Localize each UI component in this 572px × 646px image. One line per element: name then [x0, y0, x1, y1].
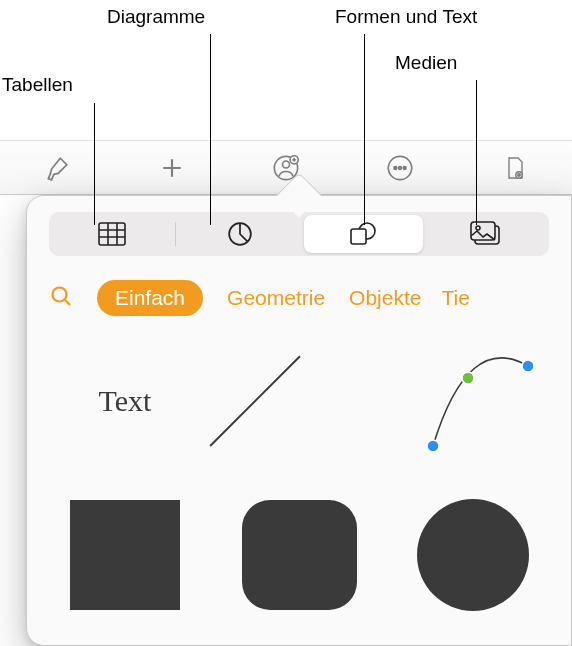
- svg-point-19: [522, 360, 533, 372]
- shape-curve[interactable]: [408, 346, 538, 456]
- charts-tab[interactable]: [180, 215, 299, 253]
- callout-charts: Diagramme: [107, 6, 205, 28]
- shape-circle[interactable]: [408, 500, 538, 610]
- shapes-grid: Text: [27, 346, 571, 610]
- callout-tables: Tabellen: [2, 74, 73, 96]
- callout-shapes-text: Formen und Text: [335, 6, 477, 28]
- square-icon: [70, 500, 180, 610]
- shape-rounded-square[interactable]: [234, 500, 364, 610]
- search-icon[interactable]: [49, 284, 73, 312]
- table-grid-icon: [98, 222, 126, 246]
- category-objects[interactable]: Objekte: [349, 286, 421, 310]
- line-icon: [254, 356, 344, 446]
- svg-rect-9: [99, 223, 125, 245]
- text-shape-label: Text: [99, 384, 152, 418]
- svg-point-17: [427, 440, 439, 451]
- category-all[interactable]: Einfach: [97, 280, 203, 316]
- circle-icon: [417, 499, 529, 611]
- curve-icon: [413, 351, 533, 451]
- pie-chart-icon: [227, 221, 253, 247]
- media-tab[interactable]: [427, 215, 546, 253]
- category-animals[interactable]: Tie: [441, 286, 469, 310]
- category-row: Einfach Geometrie Objekte Tie: [27, 280, 571, 316]
- insert-panel: Einfach Geometrie Objekte Tie Text: [26, 195, 572, 646]
- rounded-square-icon: [242, 500, 357, 610]
- callout-media: Medien: [395, 52, 457, 74]
- callouts: Tabellen Diagramme Formen und Text Medie…: [0, 0, 572, 195]
- insert-type-segmented: [49, 212, 549, 256]
- svg-point-16: [53, 288, 67, 302]
- tables-tab[interactable]: [52, 215, 171, 253]
- shape-line[interactable]: [234, 346, 364, 456]
- shape-square[interactable]: [60, 500, 190, 610]
- svg-rect-12: [351, 229, 366, 244]
- shape-text[interactable]: Text: [60, 346, 190, 456]
- category-geometry[interactable]: Geometrie: [227, 286, 325, 310]
- svg-point-18: [462, 372, 474, 384]
